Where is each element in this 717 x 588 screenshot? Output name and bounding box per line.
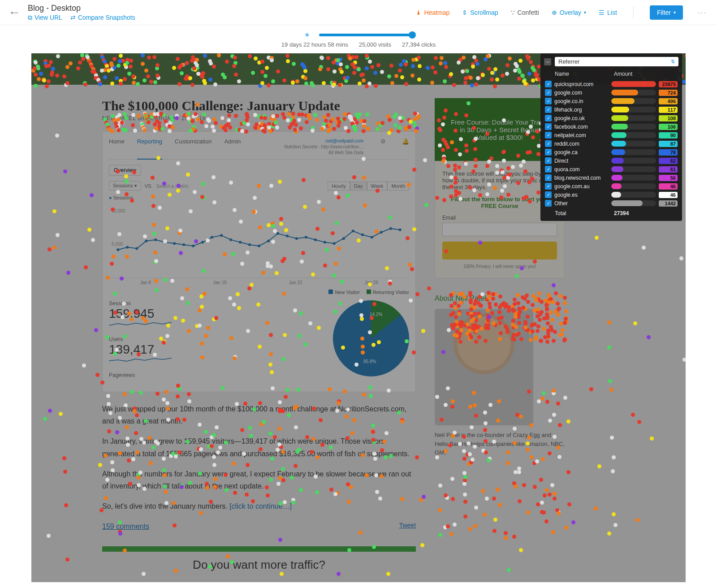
confetti-dot	[440, 418, 444, 422]
checkbox-icon[interactable]: ✓	[545, 166, 552, 173]
referrer-row[interactable]: ✓reddit.com87	[544, 139, 678, 148]
checkbox-icon[interactable]: ✓	[545, 81, 552, 87]
checkbox-icon[interactable]: ✓	[545, 106, 552, 113]
minimize-button[interactable]: −	[544, 58, 551, 65]
more-menu[interactable]: ⋯	[695, 7, 709, 18]
referrer-row[interactable]: ✓google.com724	[544, 88, 678, 97]
confetti-dot	[375, 490, 379, 494]
confetti-dot	[557, 511, 561, 515]
referrer-row[interactable]: ✓google.co.uk108	[544, 114, 678, 122]
scroll-icon: ⇕	[462, 9, 467, 16]
referrer-value: 106	[659, 124, 678, 130]
checkbox-icon[interactable]: ✓	[545, 115, 552, 121]
confetti-dot	[181, 319, 185, 323]
confetti-dot	[292, 62, 296, 66]
referrer-name: facebook.com	[554, 124, 609, 130]
segment-select[interactable]: Referrer ⇅	[555, 57, 678, 66]
confetti-dot	[317, 326, 321, 330]
confetti-dot	[531, 78, 535, 82]
checkbox-icon[interactable]: ✓	[545, 98, 552, 104]
referrer-row[interactable]: ✓lifehack.org117	[544, 105, 678, 114]
confetti-dot	[369, 394, 373, 398]
tab-list[interactable]: ☰List	[599, 9, 617, 16]
thermometer-icon: 🌡	[415, 9, 422, 16]
confetti-dot	[152, 223, 156, 227]
back-arrow[interactable]: ←	[8, 5, 21, 20]
confetti-dot	[208, 78, 212, 82]
confetti-dot	[296, 388, 300, 392]
confetti-dot	[69, 61, 73, 65]
referrer-row[interactable]: ✓google.com.au46	[544, 182, 678, 190]
referrer-row[interactable]: ✓Other1442	[544, 199, 678, 208]
referrer-row[interactable]: ✓quora.com61	[544, 165, 678, 173]
checkbox-icon[interactable]: ✓	[545, 123, 552, 130]
confetti-dot	[237, 306, 241, 310]
confetti-dot	[484, 450, 488, 454]
confetti-dot	[440, 56, 444, 60]
confetti-dot	[198, 308, 202, 312]
confetti-dot	[563, 396, 567, 400]
confetti-dot	[472, 188, 476, 192]
confetti-dot	[447, 328, 451, 332]
compare-snapshots-link[interactable]: ⇄Compare Snapshots	[70, 14, 135, 22]
confetti-dot	[337, 246, 341, 251]
checkbox-icon[interactable]: ✓	[545, 183, 552, 190]
confetti-dot	[128, 482, 132, 486]
referrer-row[interactable]: ✓google.es46	[544, 190, 678, 199]
confetti-dot	[373, 71, 377, 75]
confetti-dot	[402, 59, 406, 63]
filter-button[interactable]: Filter▾	[650, 5, 683, 20]
referrer-row[interactable]: ✓google.co.in496	[544, 97, 678, 105]
confetti-dot	[518, 70, 522, 74]
confetti-dot	[387, 74, 391, 78]
confetti-dot	[485, 497, 489, 501]
checkbox-icon[interactable]: ✓	[545, 191, 552, 198]
checkbox-icon[interactable]: ✓	[545, 149, 552, 156]
confetti-dot	[251, 499, 255, 503]
confetti-dot	[516, 181, 520, 185]
confetti-dot	[491, 297, 495, 301]
view-url-link[interactable]: ⧉View URL	[28, 14, 62, 22]
checkbox-icon[interactable]: ✓	[545, 157, 552, 164]
confetti-dot	[371, 430, 375, 434]
tab-heatmap[interactable]: 🌡Heatmap	[415, 9, 450, 16]
confetti-dot	[242, 452, 246, 456]
tab-overlay[interactable]: ⊕Overlay▾	[552, 9, 586, 16]
confetti-dot	[295, 79, 299, 83]
confetti-dot	[153, 112, 157, 116]
referrer-row[interactable]: ✓Direct62	[544, 156, 678, 165]
confetti-dot	[545, 488, 549, 492]
confetti-dot	[142, 441, 146, 445]
referrer-bar	[611, 141, 656, 147]
confetti-dot	[537, 291, 541, 295]
confetti-dot	[357, 238, 361, 242]
tab-scrollmap[interactable]: ⇕Scrollmap	[462, 9, 498, 16]
confetti-dot	[329, 488, 333, 492]
confetti-dot	[136, 82, 140, 86]
confetti-dot	[545, 400, 549, 404]
referrer-bar	[611, 166, 656, 172]
referrer-row[interactable]: ✓blog.newscred.com56	[544, 173, 678, 182]
confetti-dot	[539, 478, 543, 482]
checkbox-icon[interactable]: ✓	[545, 89, 552, 96]
confetti-dot	[103, 75, 107, 79]
brightness-slider[interactable]	[319, 34, 413, 36]
referrer-value: 78	[659, 149, 678, 156]
referrer-row[interactable]: ✓neilpatel.com90	[544, 131, 678, 139]
checkbox-icon[interactable]: ✓	[545, 174, 552, 181]
tab-confetti[interactable]: ∵Confetti	[511, 9, 539, 16]
total-label: Total	[545, 210, 614, 216]
confetti-dot	[435, 395, 439, 399]
referrer-row[interactable]: ✓google.ca78	[544, 148, 678, 156]
confetti-dot	[453, 523, 457, 527]
checkbox-icon[interactable]: ✓	[545, 132, 552, 138]
referrer-panel[interactable]: − Referrer ⇅ Name Amount ✓quicksprout.co…	[540, 53, 682, 221]
checkbox-icon[interactable]: ✓	[545, 200, 552, 207]
referrer-row[interactable]: ✓quicksprout.com23875	[544, 80, 678, 88]
confetti-dot	[55, 74, 59, 78]
confetti-dot	[454, 181, 458, 185]
confetti-dot	[111, 208, 115, 212]
checkbox-icon[interactable]: ✓	[545, 140, 552, 147]
referrer-row[interactable]: ✓facebook.com106	[544, 122, 678, 131]
confetti-dot	[487, 458, 491, 463]
